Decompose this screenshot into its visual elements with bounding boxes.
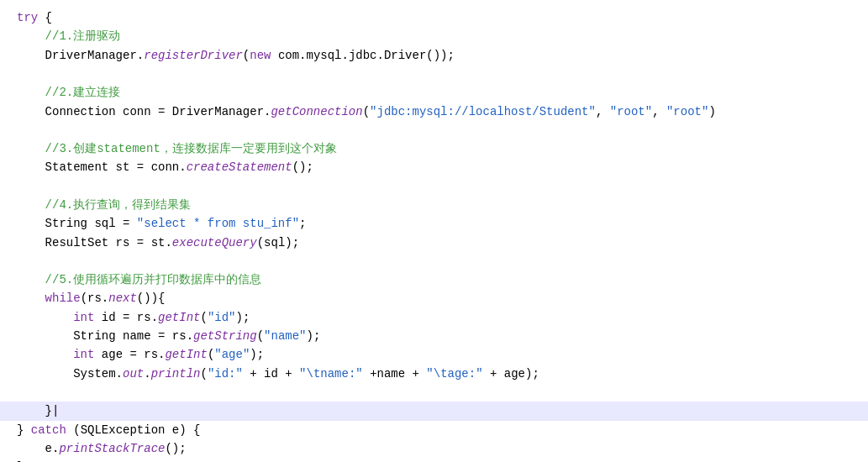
code-line-23: } catch (SQLException e) { [0,421,868,439]
code-line-3: DriverManager.registerDriver(new com.mys… [0,46,868,65]
code-line-11: //4.执行查询，得到结果集 [0,196,868,214]
code-line-10 [0,177,868,196]
code-editor: try { //1.注册驱动 DriverManager.registerDri… [0,0,868,462]
keyword-int-1: int [73,308,94,327]
code-line-21 [0,383,868,402]
comment-3: //3.创建statement，连接数据库一定要用到这个对象 [17,139,337,158]
code-line-15: //5.使用循环遍历并打印数据库中的信息 [0,270,868,289]
code-line-4 [0,65,868,83]
code-line-9: Statement st = conn.createStatement(); [0,158,868,176]
code-line-17: int id = rs.getInt("id"); [0,308,868,327]
code-line-7 [0,121,868,139]
comment-1: //1.注册驱动 [17,27,120,45]
code-line-14 [0,252,868,270]
code-line-18: String name = rs.getString("name"); [0,327,868,345]
code-line-25: } [0,458,868,462]
code-line-6: Connection conn = DriverManager.getConne… [0,102,868,121]
keyword-int-2: int [73,345,94,364]
comment-5: //5.使用循环遍历并打印数据库中的信息 [17,270,261,289]
code-line-8: //3.创建statement，连接数据库一定要用到这个对象 [0,139,868,158]
code-line-20: System.out.println("id:" + id + "\tname:… [0,365,868,383]
code-line-13: ResultSet rs = st.executeQuery(sql); [0,234,868,252]
comment-4: //4.执行查询，得到结果集 [17,196,191,214]
code-line-22: }| [0,402,868,420]
code-line-12: String sql = "select * from stu_inf"; [0,214,868,233]
code-line-5: //2.建立连接 [0,83,868,102]
comment-2: //2.建立连接 [17,83,120,102]
code-line-2: //1.注册驱动 [0,27,868,45]
code-line-24: e.printStackTrace(); [0,439,868,458]
keyword-try: try [17,8,38,27]
keyword-while: while [17,289,81,307]
code-line-16: while(rs.next()){ [0,289,868,307]
keyword-catch: catch [31,421,66,439]
code-line-19: int age = rs.getInt("age"); [0,345,868,364]
code-line-1: try { [0,8,868,27]
